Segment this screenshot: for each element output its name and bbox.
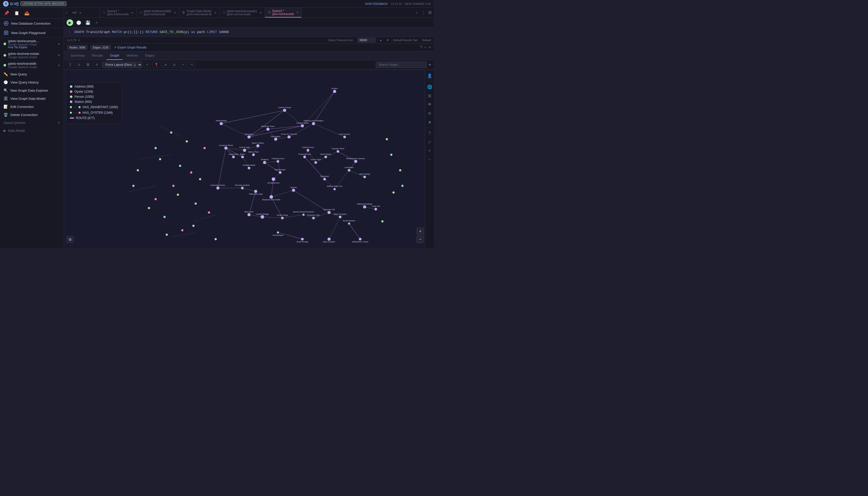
svg-text:Addton Main Line: Addton Main Line	[327, 185, 343, 187]
graph-canvas[interactable]: Custom House Euston Canary Wharf Whitech…	[64, 70, 434, 248]
timeout-label: Query Timeout (ms):	[328, 38, 354, 42]
tab-query1[interactable]: ⬡ Query1 * gdotv-test/transitdb ×	[100, 7, 136, 17]
tab-query1-close[interactable]: ×	[131, 11, 133, 15]
cluster-btn[interactable]: ⊕	[162, 62, 169, 67]
rt-zoom-in-rt[interactable]: +	[428, 148, 432, 154]
run-query-button[interactable]: ▶	[66, 19, 73, 26]
rt-expand-icon[interactable]: ⤢	[427, 139, 432, 145]
help-icon[interactable]: ?	[420, 45, 422, 50]
tab-vertices[interactable]: Vertices	[123, 51, 141, 60]
sidebar-db-realestate[interactable]: gdotv-test/real-estate Google Spanner Gr…	[0, 50, 64, 60]
timeout-up[interactable]: ▲	[379, 38, 382, 42]
data-model-icon: 🗄️	[3, 96, 8, 100]
settings-btn[interactable]: ⚙	[93, 62, 101, 67]
tab-query2-close[interactable]: ×	[296, 11, 298, 14]
tab-edges[interactable]: Edges	[141, 51, 158, 60]
layers-button[interactable]: ⧉	[66, 236, 74, 243]
db-chevron-example[interactable]: ▼	[58, 43, 60, 45]
screenshot-btn[interactable]: 🖼	[84, 62, 92, 67]
db-type-example: Google Spanner Graph	[8, 43, 56, 46]
minimize-icon[interactable]: −	[424, 45, 426, 50]
timeout-down[interactable]: ▼	[386, 38, 389, 42]
tab-results[interactable]: Results	[88, 51, 106, 60]
code-area[interactable]: 1 GRAPH TransitGraph MATCH p=()-[]-() RE…	[64, 28, 434, 36]
rotate-btn2[interactable]: ↪	[188, 62, 195, 67]
tab-te0[interactable]: te0 ×	[69, 7, 100, 17]
tab-query2[interactable]: ⬡ Query2 * gdotv-test/transitdb ×	[265, 7, 302, 17]
node-whitechapel	[220, 122, 223, 125]
svg-line-30	[349, 161, 356, 170]
svg-text:Bromley by Bow: Bromley by Bow	[235, 184, 250, 186]
rt-help-icon[interactable]: ?	[428, 130, 432, 137]
tab-graph[interactable]: Graph	[106, 51, 123, 60]
sidebar: 📌 📋 📤 New Database Connection New Graph …	[0, 7, 64, 248]
rt-zoom-out-rt[interactable]: −	[428, 156, 432, 163]
sidebar-copy-icon[interactable]: 📋	[14, 11, 19, 15]
tab-scroll-left[interactable]: ‹	[64, 11, 69, 15]
sidebar-db-transitdb[interactable]: gdotv-test/transitdb Google Spanner Grap…	[0, 60, 64, 70]
editor-save-btn[interactable]: 💾	[84, 20, 91, 26]
timeout-input[interactable]	[358, 38, 375, 42]
main-layout: 📌 📋 📤 New Database Connection New Graph …	[0, 7, 434, 248]
rt-star-icon[interactable]: ★	[427, 119, 433, 126]
sidebar-pin-icon[interactable]: 📌	[4, 11, 9, 15]
filter-btn2[interactable]: ⊟	[75, 62, 83, 67]
rotate-btn[interactable]: ↩	[179, 62, 186, 67]
legend-hi-dot1	[70, 106, 72, 108]
view-graph-data-model-button[interactable]: 🗄️ View Graph Data Model	[0, 94, 64, 103]
editor-toolbar: ▶ 🕐 💾 ＋	[64, 18, 434, 28]
db-chevron-realestate[interactable]: ▼	[58, 54, 60, 57]
tab-graph-data-model[interactable]: 🗄 Graph Data Model gdotv-test/example-db…	[179, 7, 220, 17]
edit-connection-button[interactable]: 📝 Edit Connection	[0, 103, 64, 111]
zoom-in-button[interactable]: +	[417, 228, 424, 235]
new-db-connection-button[interactable]: New Database Connection	[0, 19, 64, 28]
tab-overflow-menu[interactable]: ⋮	[421, 10, 426, 15]
node-elephant	[270, 195, 273, 199]
refresh-btn[interactable]: ↺	[144, 62, 151, 67]
feedback-link[interactable]: GIVE FEEDBACK	[365, 2, 388, 5]
tab-re-close[interactable]: ×	[260, 11, 262, 15]
svg-text:Elephant and Castle: Elephant and Castle	[262, 199, 280, 201]
sidebar-db-example[interactable]: gdotv-test/example... Google Spanner Gra…	[0, 37, 64, 50]
rt-globe-icon[interactable]: 🌐	[426, 83, 433, 90]
tab-gdm-close[interactable]: ×	[214, 11, 216, 15]
graph-explorer-icon: 🔍	[3, 88, 8, 92]
pin-btn[interactable]: 📍	[152, 62, 161, 67]
rt-eye-icon[interactable]: 👁	[426, 101, 433, 108]
editor-history-btn[interactable]: 🕐	[75, 20, 82, 26]
saved-queries-section[interactable]: Saved Queries ▼	[0, 119, 64, 127]
tab-settings-icon[interactable]: ⚙	[428, 10, 432, 15]
graph-search-input[interactable]	[376, 62, 426, 68]
data-model-section[interactable]: ▶ Data Model	[0, 127, 64, 135]
graph-search-dropdown[interactable]: ▼	[428, 63, 432, 67]
rt-user-icon[interactable]: 👤	[426, 72, 433, 79]
tab-scroll-right[interactable]: ›	[414, 11, 419, 15]
close-results-icon[interactable]: ×	[429, 45, 431, 50]
tab-summary[interactable]: Summary	[67, 51, 88, 60]
export-btn2[interactable]: ⊞	[171, 62, 178, 67]
node-queens-road	[302, 214, 305, 216]
editor-add-btn[interactable]: ＋	[93, 19, 100, 26]
layout-select[interactable]: Force Layout (Discr...)	[102, 62, 142, 68]
tab-query1-icon: ⬡	[103, 11, 105, 14]
zoom-out-button[interactable]: −	[417, 236, 424, 243]
new-query-button[interactable]: ✏️ New Query	[0, 70, 64, 78]
svg-line-43	[249, 126, 302, 137]
filter-btn[interactable]: ☰	[66, 62, 74, 67]
delete-connection-button[interactable]: 🗑️ Delete Connection	[0, 111, 64, 119]
rt-table-icon[interactable]: ⊞	[427, 92, 432, 99]
right-toolbar: 👤 🌐 ⊞ 👁 ≋ ★ ? ⤢ + −	[425, 70, 434, 248]
tab-transitdb0-close[interactable]: ×	[174, 11, 176, 15]
tab-te0-close[interactable]: ×	[79, 11, 81, 15]
db-chevron-transitdb[interactable]: ▲	[58, 64, 60, 66]
tab-transitdb0[interactable]: ⬡ gdotv-test/transitdb0 gdotv-test/trans…	[137, 7, 179, 17]
new-graph-data-explorer-button[interactable]: 🔍 New Graph Data Explorer	[0, 86, 64, 94]
view-query-history-button[interactable]: 🕐 View Query History	[0, 78, 64, 86]
sidebar-share-icon[interactable]: 📤	[25, 11, 29, 15]
export-graph-button[interactable]: ↗ Export Graph Results	[114, 46, 147, 49]
info-icon[interactable]: ℹ	[78, 38, 79, 42]
graph-nodes[interactable]: Custom House Euston Canary Wharf Whitech…	[132, 87, 404, 243]
new-graph-playground-button[interactable]: New Graph Playground	[0, 28, 64, 37]
rt-filter-icon[interactable]: ≋	[427, 110, 432, 117]
tab-realestate1[interactable]: ⬡ gdotv-test/real-estate1 gdotv-test/rea…	[220, 7, 265, 17]
